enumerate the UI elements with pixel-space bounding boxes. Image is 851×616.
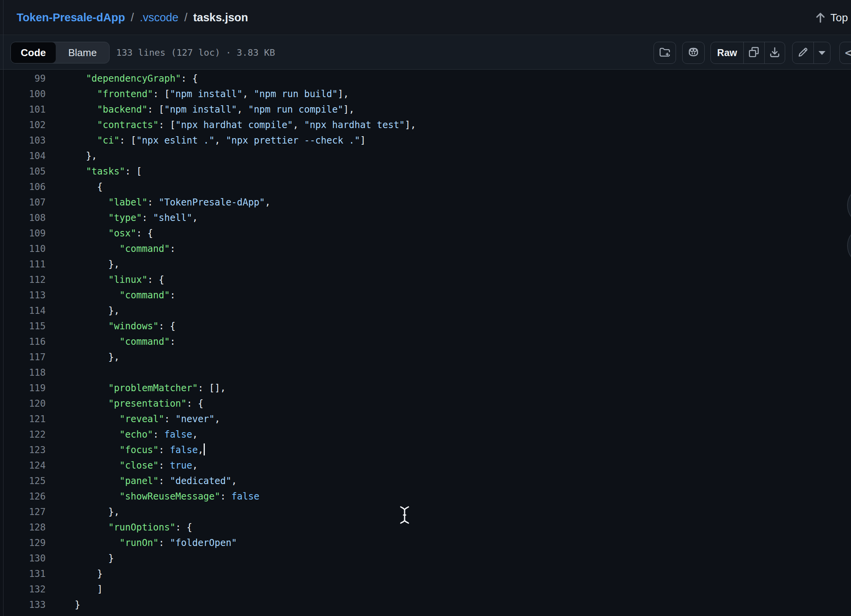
json-key: "tasks" bbox=[86, 166, 125, 177]
code-line-content[interactable]: { bbox=[75, 179, 103, 195]
line-number[interactable]: 110 bbox=[0, 241, 46, 257]
json-punctuation: , bbox=[243, 89, 254, 99]
code-line-content[interactable]: } bbox=[75, 551, 114, 566]
line-number[interactable]: 130 bbox=[0, 551, 46, 566]
line-number[interactable]: 103 bbox=[0, 133, 46, 148]
line-number[interactable]: 106 bbox=[0, 179, 46, 195]
code-line-content[interactable]: "contracts": ["npx hardhat compile", "np… bbox=[75, 117, 416, 133]
code-line-content[interactable]: ] bbox=[75, 582, 103, 597]
code-line-content[interactable]: "tasks": [ bbox=[75, 164, 142, 179]
line-number[interactable]: 114 bbox=[0, 303, 46, 318]
line-number[interactable]: 129 bbox=[0, 535, 46, 551]
code-line-content[interactable]: "osx": { bbox=[75, 226, 153, 241]
code-line-content[interactable]: "close": true, bbox=[75, 458, 198, 473]
code-line-content[interactable]: }, bbox=[75, 504, 120, 520]
line-number[interactable]: 112 bbox=[0, 272, 46, 287]
line-number[interactable]: 124 bbox=[0, 458, 46, 473]
line-number[interactable]: 123 bbox=[0, 442, 46, 458]
json-punctuation: }, bbox=[75, 259, 120, 270]
json-punctuation: { bbox=[75, 181, 103, 192]
line-number[interactable]: 100 bbox=[0, 86, 46, 102]
line-number[interactable]: 132 bbox=[0, 582, 46, 597]
line-number[interactable]: 133 bbox=[0, 597, 46, 613]
code-line-content[interactable]: "panel": "dedicated", bbox=[75, 473, 237, 489]
download-icon bbox=[769, 46, 781, 60]
tab-blame[interactable]: Blame bbox=[56, 42, 109, 63]
code-line-content[interactable]: "reveal": "never", bbox=[75, 411, 220, 427]
edit-file-button[interactable] bbox=[793, 42, 813, 63]
breadcrumb-repo-link[interactable]: Token-Presale-dApp bbox=[17, 11, 125, 24]
code-line-content[interactable]: }, bbox=[75, 349, 120, 365]
code-line-content[interactable]: "runOn": "folderOpen" bbox=[75, 535, 237, 551]
copy-raw-button[interactable] bbox=[743, 42, 764, 63]
json-punctuation bbox=[75, 197, 108, 208]
line-number[interactable]: 116 bbox=[0, 334, 46, 349]
code-line-content[interactable]: "command": bbox=[75, 334, 175, 349]
code-line-content[interactable]: "echo": false, bbox=[75, 427, 198, 442]
line-number[interactable]: 131 bbox=[0, 566, 46, 582]
line-number[interactable]: 111 bbox=[0, 257, 46, 272]
code-line-content[interactable]: "backend": ["npm install", "npm run comp… bbox=[75, 102, 355, 117]
line-number[interactable]: 102 bbox=[0, 117, 46, 133]
line-number[interactable]: 101 bbox=[0, 102, 46, 117]
line-number[interactable]: 115 bbox=[0, 318, 46, 334]
code-line-content[interactable]: "showReuseMessage": false bbox=[75, 489, 259, 504]
line-number[interactable]: 126 bbox=[0, 489, 46, 504]
tab-code[interactable]: Code bbox=[11, 42, 56, 63]
line-number[interactable]: 128 bbox=[0, 520, 46, 535]
line-number[interactable]: 127 bbox=[0, 504, 46, 520]
code-line-content[interactable]: }, bbox=[75, 303, 120, 318]
code-line-content[interactable]: "type": "shell", bbox=[75, 210, 198, 226]
code-line-content[interactable]: }, bbox=[75, 148, 97, 164]
code-line-content[interactable]: "problemMatcher": [], bbox=[75, 380, 226, 396]
line-number[interactable]: 119 bbox=[0, 380, 46, 396]
code-line-content[interactable]: "dependencyGraph": { bbox=[75, 71, 198, 86]
json-string: "npm run build" bbox=[254, 89, 338, 99]
copilot-icon bbox=[686, 45, 700, 61]
line-number[interactable]: 117 bbox=[0, 349, 46, 365]
symbols-panel-button[interactable]: <> bbox=[839, 42, 851, 64]
download-raw-button[interactable] bbox=[764, 42, 785, 63]
line-number[interactable]: 125 bbox=[0, 473, 46, 489]
line-number[interactable]: 121 bbox=[0, 411, 46, 427]
copilot-button[interactable] bbox=[682, 42, 705, 64]
code-line-content[interactable]: "command": bbox=[75, 287, 175, 303]
json-key: "command" bbox=[120, 336, 170, 347]
line-number[interactable]: 107 bbox=[0, 195, 46, 210]
code-line-content[interactable]: "command": bbox=[75, 241, 175, 257]
line-number[interactable]: 113 bbox=[0, 287, 46, 303]
line-number[interactable]: 120 bbox=[0, 396, 46, 411]
json-key: "command" bbox=[120, 243, 170, 254]
json-punctuation: ], bbox=[338, 89, 349, 99]
edit-options-button[interactable] bbox=[813, 42, 830, 63]
code-line-content[interactable]: "presentation": { bbox=[75, 396, 203, 411]
json-punctuation: : bbox=[159, 445, 170, 455]
json-punctuation bbox=[75, 274, 108, 285]
code-line-content[interactable]: "focus": false, bbox=[75, 442, 205, 458]
back-to-top-link[interactable]: Top bbox=[813, 0, 849, 35]
code-line-content[interactable]: "runOptions": { bbox=[75, 520, 192, 535]
line-number[interactable]: 118 bbox=[0, 365, 46, 380]
json-key: "reveal" bbox=[120, 414, 165, 424]
json-punctuation bbox=[75, 89, 97, 99]
code-line-content[interactable]: "label": "TokenPresale-dApp", bbox=[75, 195, 271, 210]
line-number[interactable]: 104 bbox=[0, 148, 46, 164]
code-line-content[interactable]: } bbox=[75, 566, 103, 582]
line-number[interactable]: 109 bbox=[0, 226, 46, 241]
breadcrumb-folder-link[interactable]: .vscode bbox=[140, 11, 178, 24]
line-number[interactable]: 99 bbox=[0, 71, 46, 86]
raw-button[interactable]: Raw bbox=[711, 42, 743, 63]
open-workspace-button[interactable] bbox=[654, 42, 676, 64]
code-line: 129 "runOn": "folderOpen" bbox=[0, 535, 851, 551]
line-number[interactable]: 108 bbox=[0, 210, 46, 226]
line-number[interactable]: 105 bbox=[0, 164, 46, 179]
line-number[interactable]: 122 bbox=[0, 427, 46, 442]
code-line-content[interactable]: } bbox=[75, 597, 80, 613]
code-line-content[interactable]: }, bbox=[75, 257, 120, 272]
json-key: "backend" bbox=[97, 104, 148, 115]
code-line-content[interactable]: "frontend": ["npm install", "npm run bui… bbox=[75, 86, 349, 102]
code-line-content[interactable]: "ci": ["npx eslint .", "npx prettier --c… bbox=[75, 133, 365, 148]
code-line-content[interactable]: "linux": { bbox=[75, 272, 164, 287]
code-line-content[interactable]: "windows": { bbox=[75, 318, 175, 334]
code-line: 102 "contracts": ["npx hardhat compile",… bbox=[0, 117, 851, 133]
